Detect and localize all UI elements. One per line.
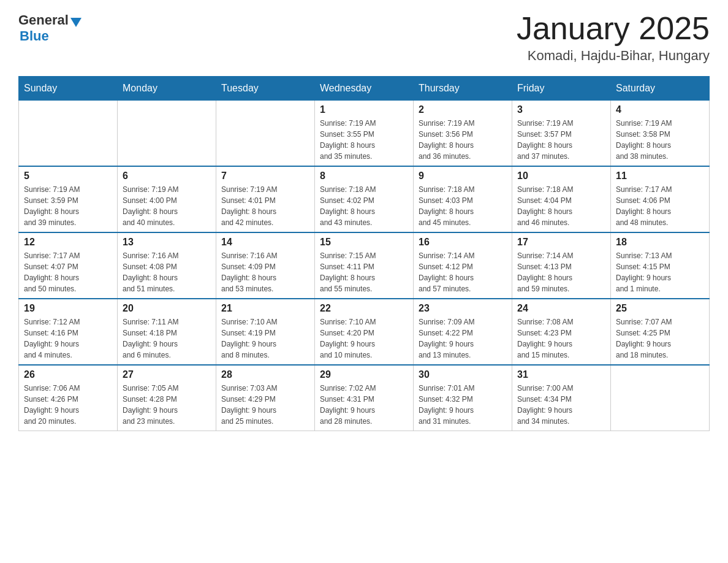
weekday-header-tuesday: Tuesday	[216, 77, 315, 101]
day-info: Sunrise: 7:19 AM Sunset: 3:58 PM Dayligh…	[616, 118, 704, 162]
day-number: 8	[320, 170, 408, 182]
day-info: Sunrise: 7:09 AM Sunset: 4:22 PM Dayligh…	[419, 316, 507, 361]
weekday-header-friday: Friday	[512, 77, 611, 101]
day-number: 7	[221, 170, 309, 182]
day-info: Sunrise: 7:19 AM Sunset: 3:57 PM Dayligh…	[517, 118, 605, 162]
calendar-cell: 26Sunrise: 7:06 AM Sunset: 4:26 PM Dayli…	[19, 365, 118, 431]
day-info: Sunrise: 7:00 AM Sunset: 4:34 PM Dayligh…	[517, 383, 605, 427]
calendar-cell: 27Sunrise: 7:05 AM Sunset: 4:28 PM Dayli…	[118, 365, 216, 431]
day-number: 30	[419, 369, 507, 380]
calendar-cell: 19Sunrise: 7:12 AM Sunset: 4:16 PM Dayli…	[19, 299, 118, 365]
day-info: Sunrise: 7:18 AM Sunset: 4:02 PM Dayligh…	[320, 184, 408, 228]
day-info: Sunrise: 7:16 AM Sunset: 4:09 PM Dayligh…	[221, 250, 309, 294]
calendar-week-5: 26Sunrise: 7:06 AM Sunset: 4:26 PM Dayli…	[19, 365, 710, 431]
day-info: Sunrise: 7:16 AM Sunset: 4:08 PM Dayligh…	[123, 250, 211, 294]
day-info: Sunrise: 7:15 AM Sunset: 4:11 PM Dayligh…	[320, 250, 408, 294]
day-number: 1	[320, 104, 408, 115]
day-number: 22	[320, 303, 408, 314]
day-number: 5	[24, 170, 112, 182]
day-info: Sunrise: 7:08 AM Sunset: 4:23 PM Dayligh…	[517, 316, 605, 361]
day-info: Sunrise: 7:03 AM Sunset: 4:29 PM Dayligh…	[221, 383, 309, 427]
day-info: Sunrise: 7:13 AM Sunset: 4:15 PM Dayligh…	[616, 250, 704, 294]
title-section: January 2025 Komadi, Hajdu-Bihar, Hungar…	[517, 12, 710, 64]
day-number: 2	[419, 104, 507, 115]
logo-blue-text: Blue	[20, 28, 49, 44]
day-number: 15	[320, 237, 408, 248]
calendar-cell: 3Sunrise: 7:19 AM Sunset: 3:57 PM Daylig…	[512, 101, 611, 167]
day-info: Sunrise: 7:17 AM Sunset: 4:07 PM Dayligh…	[24, 250, 112, 294]
calendar-cell: 17Sunrise: 7:14 AM Sunset: 4:13 PM Dayli…	[512, 232, 611, 299]
day-number: 29	[320, 369, 408, 380]
day-info: Sunrise: 7:18 AM Sunset: 4:03 PM Dayligh…	[419, 184, 507, 228]
day-info: Sunrise: 7:19 AM Sunset: 4:00 PM Dayligh…	[123, 184, 211, 228]
day-info: Sunrise: 7:02 AM Sunset: 4:31 PM Dayligh…	[320, 383, 408, 427]
calendar-cell: 20Sunrise: 7:11 AM Sunset: 4:18 PM Dayli…	[118, 299, 216, 365]
weekday-header-sunday: Sunday	[19, 77, 118, 101]
day-info: Sunrise: 7:01 AM Sunset: 4:32 PM Dayligh…	[419, 383, 507, 427]
calendar-cell: 8Sunrise: 7:18 AM Sunset: 4:02 PM Daylig…	[315, 166, 414, 232]
weekday-header-saturday: Saturday	[611, 77, 710, 101]
calendar-cell: 13Sunrise: 7:16 AM Sunset: 4:08 PM Dayli…	[118, 232, 216, 299]
day-number: 21	[221, 303, 309, 314]
weekday-header-thursday: Thursday	[414, 77, 512, 101]
calendar-cell	[19, 101, 118, 167]
calendar-week-2: 5Sunrise: 7:19 AM Sunset: 3:59 PM Daylig…	[19, 166, 710, 232]
calendar-cell: 18Sunrise: 7:13 AM Sunset: 4:15 PM Dayli…	[611, 232, 710, 299]
calendar-cell: 9Sunrise: 7:18 AM Sunset: 4:03 PM Daylig…	[414, 166, 512, 232]
calendar-cell	[611, 365, 710, 431]
logo-triangle-icon	[70, 18, 82, 27]
logo: General Blue	[18, 12, 82, 44]
calendar-table: SundayMondayTuesdayWednesdayThursdayFrid…	[18, 76, 710, 431]
day-number: 28	[221, 369, 309, 380]
day-number: 23	[419, 303, 507, 314]
calendar-cell: 25Sunrise: 7:07 AM Sunset: 4:25 PM Dayli…	[611, 299, 710, 365]
day-info: Sunrise: 7:12 AM Sunset: 4:16 PM Dayligh…	[24, 316, 112, 361]
day-number: 19	[24, 303, 112, 314]
day-info: Sunrise: 7:06 AM Sunset: 4:26 PM Dayligh…	[24, 383, 112, 427]
calendar-week-4: 19Sunrise: 7:12 AM Sunset: 4:16 PM Dayli…	[19, 299, 710, 365]
calendar-week-3: 12Sunrise: 7:17 AM Sunset: 4:07 PM Dayli…	[19, 232, 710, 299]
day-number: 13	[123, 237, 211, 248]
calendar-cell: 12Sunrise: 7:17 AM Sunset: 4:07 PM Dayli…	[19, 232, 118, 299]
weekday-header-monday: Monday	[118, 77, 216, 101]
calendar-cell: 5Sunrise: 7:19 AM Sunset: 3:59 PM Daylig…	[19, 166, 118, 232]
calendar-cell: 6Sunrise: 7:19 AM Sunset: 4:00 PM Daylig…	[118, 166, 216, 232]
day-number: 10	[517, 170, 605, 182]
day-number: 9	[419, 170, 507, 182]
day-info: Sunrise: 7:19 AM Sunset: 3:59 PM Dayligh…	[24, 184, 112, 228]
day-info: Sunrise: 7:07 AM Sunset: 4:25 PM Dayligh…	[616, 316, 704, 361]
day-info: Sunrise: 7:14 AM Sunset: 4:13 PM Dayligh…	[517, 250, 605, 294]
day-number: 11	[616, 170, 704, 182]
calendar-cell: 2Sunrise: 7:19 AM Sunset: 3:56 PM Daylig…	[414, 101, 512, 167]
day-number: 26	[24, 369, 112, 380]
day-number: 31	[517, 369, 605, 380]
day-info: Sunrise: 7:10 AM Sunset: 4:19 PM Dayligh…	[221, 316, 309, 361]
day-number: 24	[517, 303, 605, 314]
location-title: Komadi, Hajdu-Bihar, Hungary	[517, 48, 710, 64]
calendar-cell: 22Sunrise: 7:10 AM Sunset: 4:20 PM Dayli…	[315, 299, 414, 365]
page-header: General Blue January 2025 Komadi, Hajdu-…	[18, 12, 710, 64]
day-info: Sunrise: 7:11 AM Sunset: 4:18 PM Dayligh…	[123, 316, 211, 361]
day-info: Sunrise: 7:19 AM Sunset: 4:01 PM Dayligh…	[221, 184, 309, 228]
day-number: 3	[517, 104, 605, 115]
day-info: Sunrise: 7:14 AM Sunset: 4:12 PM Dayligh…	[419, 250, 507, 294]
day-number: 18	[616, 237, 704, 248]
day-info: Sunrise: 7:19 AM Sunset: 3:56 PM Dayligh…	[419, 118, 507, 162]
calendar-cell: 10Sunrise: 7:18 AM Sunset: 4:04 PM Dayli…	[512, 166, 611, 232]
calendar-cell: 28Sunrise: 7:03 AM Sunset: 4:29 PM Dayli…	[216, 365, 315, 431]
calendar-cell: 15Sunrise: 7:15 AM Sunset: 4:11 PM Dayli…	[315, 232, 414, 299]
calendar-cell: 30Sunrise: 7:01 AM Sunset: 4:32 PM Dayli…	[414, 365, 512, 431]
calendar-cell: 31Sunrise: 7:00 AM Sunset: 4:34 PM Dayli…	[512, 365, 611, 431]
day-number: 12	[24, 237, 112, 248]
weekday-header-wednesday: Wednesday	[315, 77, 414, 101]
day-info: Sunrise: 7:10 AM Sunset: 4:20 PM Dayligh…	[320, 316, 408, 361]
calendar-cell: 7Sunrise: 7:19 AM Sunset: 4:01 PM Daylig…	[216, 166, 315, 232]
calendar-cell: 23Sunrise: 7:09 AM Sunset: 4:22 PM Dayli…	[414, 299, 512, 365]
day-number: 20	[123, 303, 211, 314]
day-number: 16	[419, 237, 507, 248]
calendar-cell: 29Sunrise: 7:02 AM Sunset: 4:31 PM Dayli…	[315, 365, 414, 431]
logo-general-text: General	[18, 12, 69, 28]
calendar-cell: 11Sunrise: 7:17 AM Sunset: 4:06 PM Dayli…	[611, 166, 710, 232]
day-info: Sunrise: 7:19 AM Sunset: 3:55 PM Dayligh…	[320, 118, 408, 162]
calendar-cell	[216, 101, 315, 167]
